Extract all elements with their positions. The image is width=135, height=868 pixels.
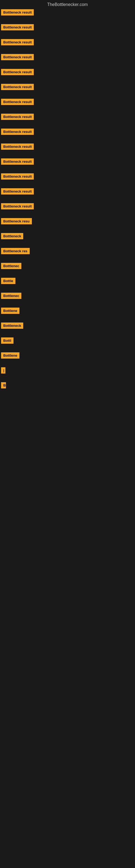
list-item[interactable]: Bottleneck result — [1, 84, 134, 91]
bottleneck-badge: Bottleneck result — [1, 99, 34, 105]
bottleneck-badge: Bottlene — [1, 308, 19, 314]
list-item[interactable]: Bottleneck result — [1, 69, 134, 76]
list-item[interactable]: Bottleneck result — [1, 39, 134, 46]
list-item[interactable]: Bottleneck result — [1, 129, 134, 136]
list-item[interactable]: Bottleneck result — [1, 54, 134, 61]
bottleneck-badge: Bottl — [1, 337, 13, 344]
bottleneck-badge: Bottleneck result — [1, 114, 34, 120]
list-item[interactable]: Bottleneck — [1, 233, 134, 240]
bottleneck-badge: Bottleneck — [1, 322, 23, 329]
bottleneck-badge: Bottleneck result — [1, 69, 34, 75]
bottleneck-badge: Bottleneck result — [1, 203, 34, 209]
bottleneck-badge: Bottleneck resu — [1, 218, 32, 224]
list-item[interactable]: Bottlenec — [1, 293, 134, 300]
bottleneck-badge: Bottleneck result — [1, 129, 34, 135]
bottleneck-badge: Bottle — [1, 278, 15, 284]
list-item[interactable]: Bottlene — [1, 352, 134, 360]
bottleneck-badge: Bottleneck result — [1, 144, 34, 150]
list-item[interactable]: Bottleneck result — [1, 173, 134, 181]
bottleneck-badge: Bottleneck result — [1, 9, 34, 16]
list-item[interactable]: Bottleneck result — [1, 114, 134, 121]
bottleneck-badge: Bottleneck result — [1, 188, 34, 194]
bottleneck-badge: Bottleneck res — [1, 248, 30, 254]
list-item[interactable]: Bottle — [1, 278, 134, 285]
list-item[interactable]: Bottleneck result — [1, 144, 134, 151]
bottleneck-badge: Bottleneck — [1, 233, 23, 239]
list-item[interactable]: Bottlene — [1, 308, 134, 315]
bottleneck-badge: | — [1, 367, 5, 373]
list-item[interactable]: Bottleneck result — [1, 99, 134, 106]
items-container: Bottleneck resultBottleneck resultBottle… — [0, 9, 135, 390]
bottleneck-badge: Bottleneck result — [1, 158, 34, 165]
list-item[interactable]: Bottleneck result — [1, 9, 134, 17]
bottleneck-badge: Bottleneck result — [1, 39, 34, 45]
bottleneck-badge: Bottlenec — [1, 293, 21, 299]
list-item[interactable]: Bottleneck result — [1, 203, 134, 211]
bottleneck-badge: Bottleneck result — [1, 84, 34, 90]
bottleneck-badge: Bottleneck result — [1, 54, 34, 60]
list-item[interactable]: Bottleneck result — [1, 24, 134, 31]
list-item[interactable]: | — [1, 367, 134, 375]
bottleneck-badge: B — [1, 382, 6, 389]
list-item[interactable]: Bottl — [1, 337, 134, 345]
list-item[interactable]: Bottleneck result — [1, 158, 134, 166]
bottleneck-badge: Bottleneck result — [1, 24, 34, 30]
list-item[interactable]: Bottleneck res — [1, 248, 134, 255]
bottleneck-badge: Bottlene — [1, 352, 19, 359]
list-item[interactable]: B — [1, 382, 134, 390]
list-item[interactable]: Bottlenec — [1, 263, 134, 270]
bottleneck-badge: Bottlenec — [1, 263, 21, 269]
list-item[interactable]: Bottleneck result — [1, 188, 134, 195]
list-item[interactable]: Bottleneck — [1, 322, 134, 330]
site-title: TheBottlenecker.com — [0, 0, 135, 9]
bottleneck-badge: Bottleneck result — [1, 173, 34, 180]
list-item[interactable]: Bottleneck resu — [1, 218, 134, 225]
